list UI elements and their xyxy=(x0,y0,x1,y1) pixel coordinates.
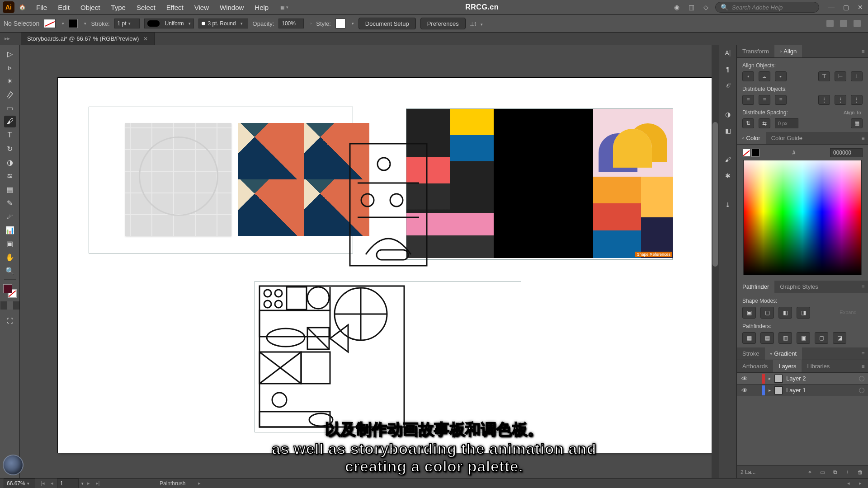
menu-view[interactable]: View xyxy=(190,2,213,13)
zoom-level-input[interactable]: 66.67%▾ xyxy=(4,479,35,488)
layer-row[interactable]: 👁 ▸ Layer 2 xyxy=(737,373,868,385)
paintbrush-tool[interactable]: 🖌 xyxy=(4,116,16,127)
align-left-button[interactable]: ⫞ xyxy=(742,71,754,81)
character-panel-icon[interactable]: A| xyxy=(723,48,733,58)
create-sublayer-icon[interactable]: ⧉ xyxy=(831,468,839,476)
delete-layer-icon[interactable]: 🗑 xyxy=(856,468,864,476)
reference-image-blocks[interactable]: Shape References xyxy=(593,177,673,258)
divide-button[interactable]: ▦ xyxy=(742,332,756,344)
distribute-vcenter-button[interactable]: ≡ xyxy=(759,95,770,105)
tab-color[interactable]: ◦Color xyxy=(737,132,766,144)
selection-tool[interactable]: ▷ xyxy=(4,48,16,60)
tab-align[interactable]: ◦Align xyxy=(774,45,802,57)
fill-color-icon[interactable] xyxy=(3,284,12,293)
workspace-switcher[interactable]: ▦ ▾ xyxy=(277,3,292,12)
layer-name[interactable]: Layer 2 xyxy=(786,375,806,382)
direct-selection-tool[interactable]: ▹ xyxy=(4,61,16,73)
pen-tool[interactable] xyxy=(4,89,16,100)
panel-menu-icon[interactable]: ≡ xyxy=(858,281,868,293)
help-search-input[interactable] xyxy=(732,4,815,11)
gpu-perf-icon[interactable]: ◇ xyxy=(701,3,711,11)
brush-definition-select[interactable]: 3 pt. Round▾ xyxy=(198,19,248,28)
distribute-right-button[interactable]: ⋮ xyxy=(851,95,863,105)
spacing-value-input[interactable]: 0 px xyxy=(775,118,798,128)
minus-front-button[interactable]: ▢ xyxy=(760,307,774,319)
chevron-down-icon[interactable]: ▾ xyxy=(62,21,64,26)
hand-tool[interactable]: ✋ xyxy=(4,251,16,263)
status-menu-icon[interactable]: ▸ xyxy=(195,480,203,487)
asset-export-panel-icon[interactable]: ⤓ xyxy=(723,200,733,210)
align-to-pixel-icon[interactable]: ⟂↕ ▾ xyxy=(470,20,483,27)
stroke-profile-select[interactable]: Uniform▾ xyxy=(144,19,194,28)
canvas[interactable]: Shape References xyxy=(20,45,719,478)
preferences-button[interactable]: Preferences xyxy=(420,18,466,29)
distribute-bottom-button[interactable]: ≡ xyxy=(775,95,787,105)
reference-image-grayscale[interactable] xyxy=(494,109,593,258)
document-setup-button[interactable]: Document Setup xyxy=(359,18,416,29)
hex-input[interactable]: 000000 xyxy=(830,148,863,157)
align-vcenter-button[interactable]: ⊢ xyxy=(835,71,846,81)
layer-name[interactable]: Layer 1 xyxy=(786,387,806,394)
panel-menu-icon[interactable] xyxy=(854,20,861,27)
distribute-hcenter-button[interactable]: ⋮ xyxy=(835,95,846,105)
menu-effect[interactable]: Effect xyxy=(162,2,188,13)
hscroll-right-icon[interactable]: ▸ xyxy=(856,480,864,487)
sketch-drawer[interactable] xyxy=(348,141,438,272)
brushes-panel-icon[interactable]: 🖌 xyxy=(723,155,733,164)
snap-options-icon[interactable] xyxy=(826,20,834,27)
screen-mode-button[interactable]: ⛶ xyxy=(4,315,16,327)
align-to-target-button[interactable]: ▦ xyxy=(851,118,863,128)
tab-gradient[interactable]: ◦Gradient xyxy=(765,347,802,360)
chevron-down-icon[interactable]: ▾ xyxy=(81,481,84,486)
opentype-panel-icon[interactable]: 𝒪 xyxy=(723,80,733,90)
type-tool[interactable]: T xyxy=(4,129,16,141)
vertical-scrollbar[interactable] xyxy=(712,45,719,478)
color-spectrum[interactable] xyxy=(743,160,862,275)
tab-stroke[interactable]: Stroke xyxy=(737,347,765,360)
maximize-icon[interactable]: ▢ xyxy=(841,3,851,11)
hscroll-left-icon[interactable]: ◂ xyxy=(844,480,853,487)
unite-button[interactable]: ▣ xyxy=(742,307,756,319)
align-top-button[interactable]: ⊤ xyxy=(818,71,830,81)
gradient-tool[interactable]: ▤ xyxy=(4,183,16,195)
home-icon[interactable]: 🏠 xyxy=(17,2,27,12)
transparency-panel-icon[interactable]: ◧ xyxy=(723,126,733,136)
fill-swatch[interactable] xyxy=(44,19,56,28)
help-search[interactable]: 🔍 xyxy=(715,2,819,13)
shape-builder-tool[interactable]: ◑ xyxy=(4,156,16,168)
arrange-documents-icon[interactable]: ▥ xyxy=(686,3,696,11)
exclude-button[interactable]: ◨ xyxy=(797,307,810,319)
menu-object[interactable]: Object xyxy=(76,2,104,13)
minus-back-button[interactable]: ◪ xyxy=(833,332,846,344)
sync-status-icon[interactable]: ◉ xyxy=(672,3,682,11)
storyboard-frame-1[interactable] xyxy=(89,107,353,253)
layer-row[interactable]: 👁 ▸ Layer 1 xyxy=(737,385,868,396)
menu-edit[interactable]: Edit xyxy=(53,2,74,13)
artboard-number-input[interactable]: 1 xyxy=(57,479,79,488)
chevron-down-icon[interactable]: ▾ xyxy=(352,21,354,26)
merge-button[interactable]: ▥ xyxy=(778,332,792,344)
appearance-panel-icon[interactable]: ◑ xyxy=(723,109,733,119)
fill-stroke-toggle[interactable] xyxy=(3,284,17,298)
make-clipping-mask-icon[interactable]: ▭ xyxy=(818,468,826,476)
chevron-down-icon[interactable]: ▾ xyxy=(84,21,86,26)
toggle-visibility-icon[interactable]: 👁 xyxy=(741,375,749,383)
paragraph-panel-icon[interactable]: ¶ xyxy=(723,64,733,74)
outline-button[interactable]: ▢ xyxy=(815,332,828,344)
artboard-tool[interactable]: ▣ xyxy=(4,238,16,249)
tab-graphic-styles[interactable]: Graphic Styles xyxy=(774,281,824,293)
trim-button[interactable]: ▤ xyxy=(760,332,774,344)
disclosure-icon[interactable]: ▸ xyxy=(769,376,771,381)
tab-artboards[interactable]: Artboards xyxy=(737,360,773,372)
disclosure-icon[interactable]: ▸ xyxy=(769,388,771,393)
intersect-button[interactable]: ◧ xyxy=(778,307,792,319)
target-icon[interactable] xyxy=(859,376,864,381)
rectangle-tool[interactable]: ▭ xyxy=(4,102,16,114)
minimize-icon[interactable]: — xyxy=(826,3,836,11)
tab-pathfinder[interactable]: Pathfinder xyxy=(737,281,774,293)
new-layer-icon[interactable]: ＋ xyxy=(844,468,852,476)
storyboard-frame-3[interactable] xyxy=(255,281,521,432)
panel-menu-icon[interactable]: ≡ xyxy=(858,347,868,360)
zoom-tool[interactable]: 🔍 xyxy=(4,265,16,277)
align-right-button[interactable]: ⫟ xyxy=(775,71,787,81)
